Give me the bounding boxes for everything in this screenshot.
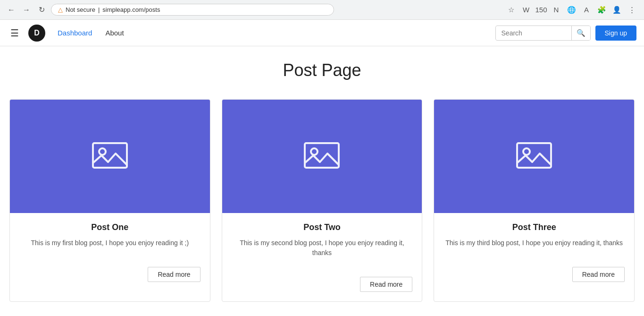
card-image-1 — [10, 100, 210, 213]
card-text-1: This is my first blog post, I hope you e… — [19, 238, 201, 248]
forward-button[interactable]: → — [21, 4, 32, 16]
hamburger-icon: ☰ — [10, 28, 19, 38]
address-bar[interactable]: △ Not secure | simpleapp.com/posts — [51, 4, 334, 16]
bookmark-button[interactable]: ☆ — [504, 3, 518, 17]
card-body-3: Post Three This is my third blog post, I… — [434, 213, 634, 267]
url-separator: | — [98, 6, 100, 13]
main-content: Post Page Post One This is my first blog… — [0, 46, 644, 316]
read-more-button-3[interactable]: Read more — [572, 267, 625, 282]
card-body-1: Post One This is my first blog post, I h… — [10, 213, 210, 267]
browser-actions: ☆ W 150 N 🌐 A 🧩 👤 ⋮ — [504, 3, 638, 17]
card-footer-2: Read more — [222, 277, 422, 301]
post-card-3: Post Three This is my third blog post, I… — [434, 99, 635, 302]
read-more-button-2[interactable]: Read more — [360, 277, 412, 292]
about-nav-link[interactable]: About — [100, 25, 129, 41]
card-text-2: This is my second blog post, I hope you … — [232, 238, 413, 258]
image-placeholder-icon — [515, 137, 553, 176]
brand-letter: D — [34, 29, 40, 37]
nav-links: Dashboard About — [52, 25, 130, 41]
brand-logo[interactable]: D — [28, 25, 45, 42]
search-box: 🔍 — [495, 26, 591, 41]
back-button[interactable]: ← — [6, 4, 17, 16]
card-image-3 — [434, 100, 634, 213]
ext-btn-2[interactable]: 150 — [535, 3, 548, 17]
svg-rect-2 — [305, 143, 339, 168]
card-body-2: Post Two This is my second blog post, I … — [222, 213, 422, 277]
app-navbar: ☰ D Dashboard About 🔍 Sign up — [0, 20, 644, 46]
browser-chrome: ← → ↻ △ Not secure | simpleapp.com/posts… — [0, 0, 644, 20]
card-title-1: Post One — [19, 222, 201, 232]
svg-rect-0 — [93, 143, 127, 168]
image-placeholder-icon — [91, 137, 129, 176]
hamburger-button[interactable]: ☰ — [8, 25, 22, 42]
svg-point-5 — [523, 148, 530, 155]
post-card-1: Post One This is my first blog post, I h… — [9, 99, 210, 302]
read-more-button-1[interactable]: Read more — [148, 267, 200, 282]
pdf-btn[interactable]: A — [580, 3, 593, 17]
image-placeholder-icon — [303, 137, 341, 176]
ext-btn-3[interactable]: N — [550, 3, 563, 17]
puzzle-btn[interactable]: 🧩 — [595, 3, 608, 17]
chrome-menu-btn[interactable]: ⋮ — [625, 3, 638, 17]
translate-btn[interactable]: 🌐 — [565, 3, 578, 17]
card-title-2: Post Two — [232, 222, 413, 232]
security-warning-icon: △ — [58, 6, 63, 13]
signup-button[interactable]: Sign up — [595, 26, 636, 41]
reload-button[interactable]: ↻ — [36, 4, 47, 16]
card-image-2 — [222, 100, 422, 213]
card-text-3: This is my third blog post, I hope you e… — [443, 238, 625, 248]
card-footer-3: Read more — [434, 267, 634, 291]
card-title-3: Post Three — [443, 222, 625, 232]
search-button[interactable]: 🔍 — [571, 26, 590, 40]
card-footer-1: Read more — [10, 267, 210, 291]
posts-grid: Post One This is my first blog post, I h… — [9, 99, 635, 302]
svg-rect-4 — [517, 143, 551, 168]
navbar-right: 🔍 Sign up — [495, 26, 636, 41]
dashboard-nav-link[interactable]: Dashboard — [52, 25, 98, 41]
search-icon: 🔍 — [577, 29, 585, 37]
page-title: Post Page — [9, 60, 635, 80]
search-input[interactable] — [496, 26, 571, 40]
url-text: simpleapp.com/posts — [102, 6, 160, 13]
extensions-area[interactable]: W — [519, 3, 533, 17]
svg-point-3 — [311, 148, 318, 155]
profile-btn[interactable]: 👤 — [610, 3, 623, 17]
svg-point-1 — [99, 148, 106, 155]
security-label: Not secure — [66, 6, 95, 13]
post-card-2: Post Two This is my second blog post, I … — [222, 99, 423, 302]
